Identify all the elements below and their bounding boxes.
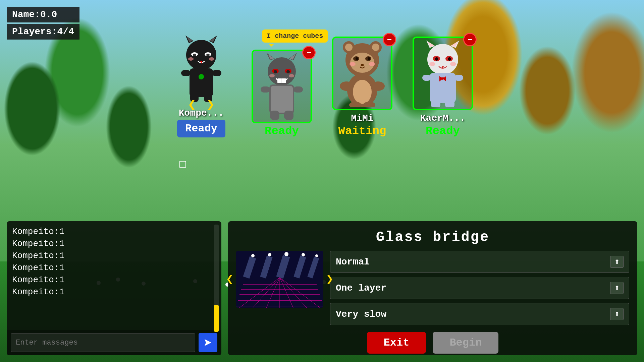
svg-point-56 (427, 44, 458, 75)
chat-msg-6: Kompeito:1 (12, 287, 216, 297)
char-name-4: KaerM... (420, 113, 465, 123)
svg-point-84 (302, 253, 305, 256)
option-row-1: One layer ⬆ (330, 277, 629, 299)
svg-point-86 (315, 254, 318, 257)
svg-rect-35 (261, 86, 270, 93)
svg-rect-16 (181, 70, 191, 76)
char-status-4: Ready (426, 125, 460, 137)
chat-msg-5: Kompeito:1 (12, 275, 216, 285)
svg-point-27 (269, 74, 275, 77)
chat-panel: Kompeito:1 Kompeito:1 Kompeito:1 Kompeit… (7, 221, 221, 355)
svg-point-64 (448, 57, 451, 61)
char-status-1[interactable]: Ready (177, 120, 225, 137)
svg-point-51 (353, 80, 372, 104)
game-panel: Glass bridge ❮ (228, 221, 637, 355)
svg-point-49 (361, 64, 364, 66)
option-btn-2[interactable]: ⬆ (610, 308, 624, 320)
game-actions: Exit Begin (236, 332, 629, 354)
char-name-3: MiMi (351, 113, 373, 123)
char-next-arrow[interactable]: ❯ (206, 96, 215, 113)
svg-point-47 (350, 62, 356, 66)
svg-rect-36 (293, 86, 303, 93)
svg-point-82 (284, 252, 288, 256)
option-btn-1[interactable]: ⬆ (610, 282, 624, 294)
game-preview: ❮ (236, 251, 323, 308)
game-options: Normal ⬆ One layer ⬆ Very slow ⬆ (330, 251, 629, 325)
chat-msg-3: Kompeito:1 (12, 251, 216, 261)
svg-point-53 (371, 81, 385, 91)
game-title: Glass bridge (236, 229, 629, 245)
character-figure-2: − (252, 50, 312, 123)
svg-marker-76 (205, 339, 211, 346)
svg-point-0 (186, 40, 216, 70)
svg-point-26 (286, 70, 290, 73)
char-prev-arrow[interactable]: ❮ (188, 96, 196, 113)
svg-point-66 (450, 62, 456, 66)
svg-rect-33 (270, 111, 279, 120)
chat-scrollbar[interactable] (214, 225, 219, 332)
svg-rect-17 (212, 70, 221, 76)
svg-rect-12 (190, 68, 213, 97)
svg-rect-75 (454, 75, 463, 81)
player-count: Players:4/4 (7, 24, 79, 40)
chat-msg-4: Kompeito:1 (12, 263, 216, 273)
svg-point-80 (268, 253, 271, 256)
remove-char-2-btn[interactable]: − (302, 46, 316, 59)
svg-point-52 (340, 81, 353, 91)
chat-send-button[interactable] (199, 333, 217, 352)
character-avatar-3 (337, 40, 387, 107)
character-avatar-1 (176, 35, 226, 102)
svg-point-10 (209, 57, 214, 61)
svg-point-39 (345, 44, 353, 51)
svg-rect-72 (431, 100, 440, 107)
character-slot-2: I change cubes − (252, 50, 312, 137)
svg-rect-34 (284, 111, 293, 120)
chat-scrollbar-thumb (214, 305, 219, 332)
character-figure-4: − (413, 37, 473, 110)
svg-point-25 (274, 70, 277, 73)
svg-point-63 (435, 57, 438, 61)
option-row-0: Normal ⬆ (330, 251, 629, 273)
option-btn-0[interactable]: ⬆ (610, 256, 624, 268)
svg-rect-32 (271, 86, 293, 113)
remove-char-3-btn[interactable]: − (383, 33, 396, 46)
svg-point-8 (206, 54, 210, 56)
speech-bubble: I change cubes (262, 29, 328, 43)
characters-area: ❮ ❯ Kompe... Ready I change cubes − (0, 0, 644, 144)
chat-msg-1: Kompeito:1 (12, 227, 216, 237)
character-figure-3: − (332, 37, 392, 110)
option-row-2: Very slow ⬆ (330, 303, 629, 325)
character-slot-1: ❮ ❯ Kompe... Ready (171, 32, 231, 137)
info-panel: Name:0.0 Players:4/4 (7, 7, 79, 41)
option-label-2: Very slow (336, 309, 386, 319)
player-name: Name:0.0 (7, 7, 79, 22)
svg-point-41 (372, 44, 379, 51)
chat-msg-2: Kompeito:1 (12, 239, 216, 249)
character-avatar-2 (257, 53, 307, 120)
svg-point-78 (251, 254, 255, 257)
game-content: ❮ (236, 251, 629, 325)
preview-next-arrow[interactable]: ❯ (326, 272, 333, 287)
begin-button[interactable]: Begin (433, 332, 498, 354)
char-status-2: Ready (265, 125, 299, 137)
svg-point-9 (188, 57, 194, 61)
exit-button[interactable]: Exit (367, 332, 426, 354)
chat-input[interactable] (11, 333, 195, 352)
svg-point-65 (429, 62, 435, 66)
svg-point-48 (369, 62, 375, 66)
game-preview-svg (236, 251, 323, 308)
game-preview-image (236, 251, 323, 308)
svg-point-13 (199, 74, 204, 79)
bottom-area: Kompeito:1 Kompeito:1 Kompeito:1 Kompeit… (7, 221, 637, 355)
svg-point-45 (356, 57, 358, 60)
chat-messages: Kompeito:1 Kompeito:1 Kompeito:1 Kompeit… (7, 221, 221, 330)
char-status-3: Waiting (338, 125, 386, 137)
character-figure-1 (171, 32, 231, 105)
remove-char-4-btn[interactable]: − (463, 33, 477, 46)
svg-rect-68 (430, 73, 456, 103)
svg-point-28 (289, 74, 294, 77)
chat-input-area (7, 330, 221, 355)
preview-prev-arrow[interactable]: ❮ (226, 272, 233, 287)
svg-point-7 (193, 54, 196, 56)
option-icon-2: ⬆ (614, 310, 620, 318)
